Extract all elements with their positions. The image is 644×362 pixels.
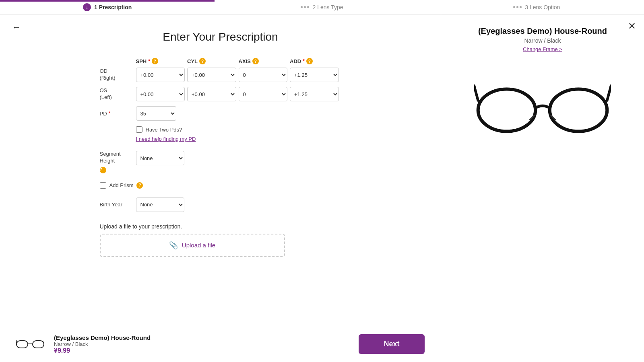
birth-year-row: Birth Year None 1960 1970 1980 1990 2000 xyxy=(100,197,341,212)
product-variant: Narrow / Black xyxy=(524,37,561,44)
add-required: * xyxy=(303,58,305,64)
axis-header: AXIS ? xyxy=(239,58,290,64)
sph-required: * xyxy=(148,58,150,64)
close-button[interactable]: ✕ xyxy=(628,21,636,32)
pd-label: PD * xyxy=(100,111,136,117)
add-header: ADD * ? xyxy=(290,58,341,64)
pd-required: * xyxy=(109,111,111,116)
rx-header-row: SPH * ? CYL ? AXIS ? ADD * ? xyxy=(100,58,341,64)
od-cyl-select[interactable]: +0.00 +0.25 -0.25 xyxy=(187,68,236,82)
cyl-header: CYL ? xyxy=(187,58,239,64)
od-row: OD(Right) +0.00 +0.25 +0.50 -0.25 +0.00 … xyxy=(100,68,341,82)
svg-line-3 xyxy=(16,340,17,343)
pd-row: PD * 35 56 57 58 60 62 64 xyxy=(100,106,341,121)
birth-year-select[interactable]: None 1960 1970 1980 1990 2000 xyxy=(136,197,184,212)
sph-header: SPH * ? xyxy=(136,58,188,64)
bottom-glasses-thumbnail xyxy=(16,336,44,352)
have-two-pds-row: Have Two Pds? xyxy=(100,126,341,133)
step-lens-option-label: 3 Lens Option xyxy=(525,4,560,10)
axis-help-icon[interactable]: ? xyxy=(252,58,259,64)
os-row: OS(Left) +0.00 +0.25 +0.50 -0.25 +0.00 +… xyxy=(100,87,341,101)
progress-bar: ↓ 1 Prescription 2 Lens Type 3 Lens Opti… xyxy=(0,0,644,14)
birth-year-label: Birth Year xyxy=(100,202,136,208)
segment-height-help-icon[interactable]: ? xyxy=(100,167,106,173)
os-label: OS(Left) xyxy=(100,87,136,101)
axis-label: AXIS xyxy=(239,58,251,64)
step-lens-type-label: 2 Lens Type xyxy=(312,4,343,10)
svg-line-7 xyxy=(474,86,478,100)
bottom-price: ¥9.99 xyxy=(54,347,349,354)
glasses-image xyxy=(474,68,611,149)
add-help-icon[interactable]: ? xyxy=(306,58,313,64)
upload-box[interactable]: 📎 Upload a file xyxy=(100,234,285,257)
upload-button-label: Upload a file xyxy=(182,242,215,249)
add-prism-label[interactable]: Add Prism xyxy=(109,182,134,188)
segment-height-select[interactable]: None 18 19 20 21 xyxy=(136,151,184,165)
add-prism-row: Add Prism ? xyxy=(100,182,341,189)
step-prescription[interactable]: ↓ 1 Prescription xyxy=(0,0,215,14)
cyl-help-icon[interactable]: ? xyxy=(199,58,206,64)
step-lens-type[interactable]: 2 Lens Type xyxy=(215,0,429,14)
od-axis-select[interactable]: 0 10 20 90 180 xyxy=(239,68,288,82)
bottom-bar: (Eyeglasses Demo) House-Round Narrow / B… xyxy=(0,326,441,362)
svg-point-5 xyxy=(478,89,535,131)
paperclip-icon: 📎 xyxy=(169,241,178,250)
od-add-select[interactable]: +1.25 +1.00 +1.50 +2.00 xyxy=(290,68,339,82)
bottom-product-info: (Eyeglasses Demo) House-Round Narrow / B… xyxy=(54,334,349,354)
os-sph-select[interactable]: +0.00 +0.25 +0.50 -0.25 xyxy=(136,87,185,101)
svg-rect-0 xyxy=(17,341,28,348)
sph-label: SPH xyxy=(136,58,147,64)
bottom-product-name: (Eyeglasses Demo) House-Round xyxy=(54,334,349,341)
prism-help-icon[interactable]: ? xyxy=(136,182,143,189)
next-button[interactable]: Next xyxy=(359,334,425,354)
step-lens-option[interactable]: 3 Lens Option xyxy=(429,0,644,14)
left-panel: Enter Your Prescription SPH * ? CYL ? AX… xyxy=(0,14,441,326)
have-two-pds-label[interactable]: Have Two Pds? xyxy=(146,127,182,133)
segment-height-row: SegmentHeight ? None 18 19 20 21 xyxy=(100,151,341,173)
svg-line-4 xyxy=(44,340,44,343)
right-panel: ✕ (Eyeglasses Demo) House-Round Narrow /… xyxy=(441,14,644,362)
prescription-form: SPH * ? CYL ? AXIS ? ADD * ? OD(Right) +… xyxy=(100,58,341,257)
page-title: Enter Your Prescription xyxy=(32,31,409,43)
os-axis-select[interactable]: 0 10 20 90 180 xyxy=(239,87,288,101)
bottom-product-variant: Narrow / Black xyxy=(54,341,349,347)
os-cyl-select[interactable]: +0.00 +0.25 -0.25 xyxy=(187,87,236,101)
od-label: OD(Right) xyxy=(100,68,136,82)
pd-select[interactable]: 35 56 57 58 60 62 64 xyxy=(136,106,176,121)
svg-rect-1 xyxy=(33,341,44,348)
cyl-label: CYL xyxy=(187,58,198,64)
change-frame-link[interactable]: Change Frame > xyxy=(523,46,562,52)
upload-description: Upload a file to your prescription. xyxy=(100,223,341,230)
sph-help-icon[interactable]: ? xyxy=(152,58,158,64)
step-prescription-label: 1 Prescription xyxy=(94,4,132,10)
help-pd-link[interactable]: I need help finding my PD xyxy=(100,136,341,142)
od-sph-select[interactable]: +0.00 +0.25 +0.50 -0.25 xyxy=(136,68,185,82)
step-prescription-icon: ↓ xyxy=(83,3,91,11)
add-prism-checkbox[interactable] xyxy=(100,182,106,189)
add-label: ADD xyxy=(290,58,301,64)
step-lens-option-dots xyxy=(513,6,522,8)
segment-height-label: SegmentHeight ? xyxy=(100,151,136,173)
product-title: (Eyeglasses Demo) House-Round xyxy=(478,27,607,36)
os-add-select[interactable]: +1.25 +1.00 +1.50 +2.00 xyxy=(290,87,339,101)
svg-line-8 xyxy=(607,86,611,100)
step-lens-type-dots xyxy=(301,6,309,8)
have-two-pds-checkbox[interactable] xyxy=(136,126,142,133)
svg-point-6 xyxy=(550,89,607,131)
